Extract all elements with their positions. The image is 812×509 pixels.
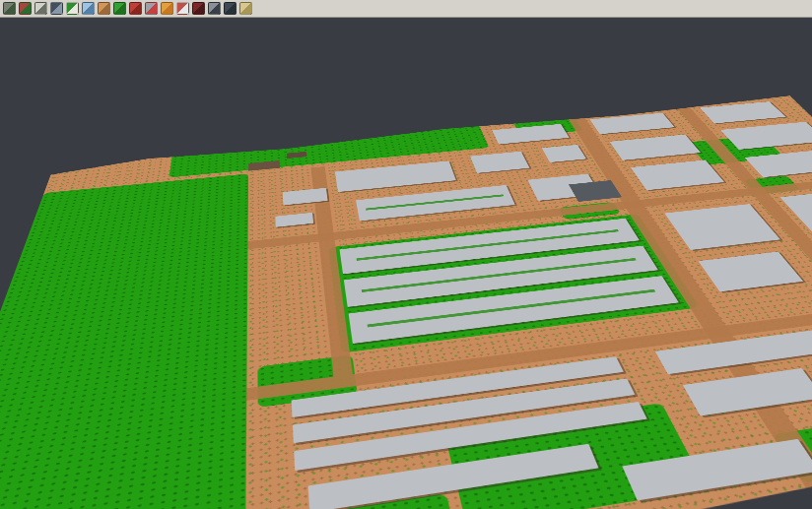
- dataset-1-icon[interactable]: [3, 2, 16, 15]
- save-icon[interactable]: [34, 2, 47, 15]
- vegetation-patch: [0, 173, 248, 509]
- globe-tool-icon[interactable]: [224, 2, 237, 15]
- building-roof: [275, 213, 313, 227]
- building-roof: [335, 160, 456, 192]
- point-cloud-icon[interactable]: [82, 2, 95, 15]
- main-toolbar: [0, 0, 812, 18]
- ground-class-icon[interactable]: [98, 2, 110, 15]
- building-roof: [610, 135, 701, 160]
- building-roof: [542, 145, 586, 162]
- checker-tool-icon[interactable]: [176, 2, 189, 15]
- building-roof: [492, 124, 569, 145]
- maroon-tool-icon[interactable]: [192, 2, 205, 15]
- 3d-viewport[interactable]: [0, 18, 812, 509]
- orange-tool-icon[interactable]: [161, 2, 173, 15]
- settings-gear-icon[interactable]: [145, 2, 158, 15]
- building-roof: [699, 252, 804, 292]
- red-sphere-icon[interactable]: [129, 2, 142, 15]
- building-roof: [700, 101, 785, 123]
- bare-spot-1: [248, 160, 280, 171]
- building-roof: [664, 204, 780, 250]
- window-tool-icon[interactable]: [208, 2, 221, 15]
- green-sphere-icon[interactable]: [113, 2, 126, 15]
- vegetation-class-icon[interactable]: [66, 2, 79, 15]
- dataset-2-icon[interactable]: [19, 2, 32, 15]
- building-roof: [470, 152, 529, 173]
- layers-icon[interactable]: [50, 2, 63, 15]
- point-cloud-terrain[interactable]: [0, 95, 812, 509]
- roof-ridge-line: [366, 194, 504, 210]
- application-window: [0, 0, 812, 509]
- building-roof: [590, 113, 675, 134]
- measure-tool-icon[interactable]: [239, 2, 252, 15]
- building-roof: [683, 368, 812, 415]
- building-roof: [720, 122, 812, 150]
